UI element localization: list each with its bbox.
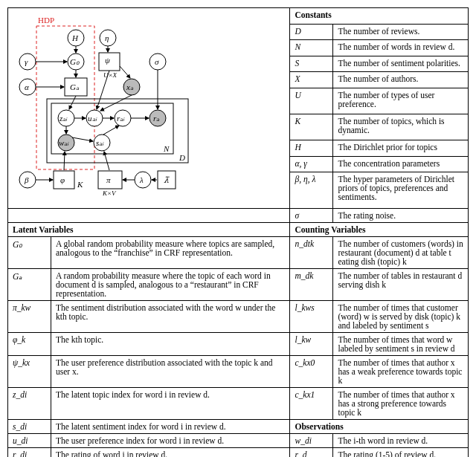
svg-text:uₐᵢ: uₐᵢ	[88, 114, 97, 123]
svg-line-66	[104, 152, 109, 170]
svg-line-53	[69, 96, 76, 109]
svg-text:σ: σ	[155, 57, 159, 66]
notation-table: HDP H η G₀ ψ U×X σ γ α Gₐ xₐ D N zₐᵢ uₐᵢ…	[7, 7, 469, 457]
svg-text:Gₐ: Gₐ	[70, 82, 80, 91]
counting-header: Counting Variables	[290, 223, 469, 237]
svg-text:U×X: U×X	[103, 71, 118, 79]
hdp-label: HDP	[38, 16, 54, 25]
svg-text:λ: λ	[139, 175, 144, 184]
svg-line-62	[72, 137, 93, 141]
svg-text:rₐ: rₐ	[153, 114, 160, 123]
obs-desc: The i-th word in review d.	[333, 434, 469, 448]
svg-text:β: β	[24, 175, 29, 184]
svg-text:D: D	[178, 153, 185, 162]
svg-text:α: α	[25, 82, 29, 91]
svg-text:η: η	[105, 33, 109, 42]
const-sym: D	[290, 24, 333, 40]
svg-text:φ: φ	[60, 175, 65, 184]
svg-text:sₐᵢ: sₐᵢ	[96, 138, 104, 147]
svg-line-65	[64, 152, 65, 170]
latent-sym: G₀	[8, 237, 51, 269]
obs-sym: w_di	[290, 434, 333, 448]
latent-desc: A global random probability measure wher…	[51, 237, 290, 269]
svg-text:π: π	[106, 175, 111, 184]
svg-line-54	[120, 66, 130, 78]
svg-text:wₐᵢ: wₐᵢ	[59, 138, 69, 147]
svg-text:H: H	[71, 33, 79, 42]
obs-header: Observations	[290, 420, 469, 434]
svg-line-63	[103, 126, 119, 134]
svg-rect-20	[47, 99, 188, 163]
svg-text:K: K	[77, 180, 83, 189]
constants-header: Constants	[290, 8, 469, 25]
const-desc: The number of reviews.	[333, 24, 469, 40]
svg-text:N: N	[163, 144, 170, 153]
svg-text:ψ: ψ	[105, 56, 110, 65]
svg-text:G₀: G₀	[70, 57, 80, 66]
count-desc: The number of customers (words) in resta…	[333, 237, 469, 269]
svg-text:zₐᵢ: zₐᵢ	[59, 114, 68, 123]
svg-text:K×V: K×V	[102, 189, 117, 197]
svg-text:γ: γ	[25, 57, 28, 66]
count-sym: n_dtk	[290, 237, 333, 269]
svg-text:λ̄: λ̄	[164, 175, 170, 184]
svg-text:xₐ: xₐ	[126, 82, 134, 91]
svg-text:rₐᵢ: rₐᵢ	[117, 114, 125, 123]
plate-diagram: HDP H η G₀ ψ U×X σ γ α Gₐ xₐ D N zₐᵢ uₐᵢ…	[13, 13, 195, 202]
latent-header: Latent Variables	[8, 223, 290, 237]
